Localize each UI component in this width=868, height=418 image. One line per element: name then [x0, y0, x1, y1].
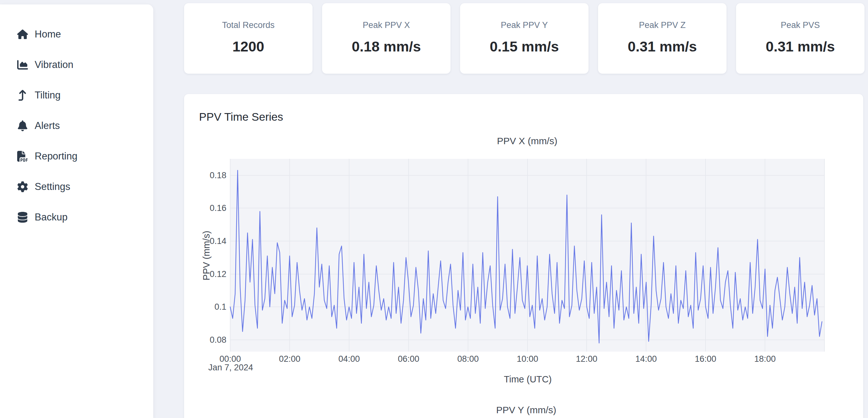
sidebar-item-label: Alerts	[35, 120, 60, 132]
y-tick-label: 0.14	[198, 236, 226, 246]
sidebar-item-label: Vibration	[35, 59, 73, 71]
stat-label: Peak PPV X	[322, 20, 451, 30]
chart-area-icon	[17, 59, 28, 70]
sidebar-item-reporting[interactable]: Reporting	[0, 141, 153, 172]
stat-label: Peak PPV Z	[598, 20, 726, 30]
stat-value: 1200	[184, 38, 313, 55]
stat-value: 0.31 mm/s	[598, 38, 726, 55]
bell-icon	[17, 120, 28, 131]
x-tick-label: 16:00	[695, 354, 716, 364]
home-icon	[17, 29, 28, 40]
x-tick-label: 14:00	[635, 354, 657, 364]
file-pdf-icon	[17, 151, 28, 162]
x-tick-label: 02:00	[279, 354, 301, 364]
y-tick-label: 0.08	[198, 335, 226, 345]
sidebar-item-label: Settings	[35, 181, 70, 193]
x-axis-date-label: Jan 7, 2024	[208, 363, 253, 373]
sidebar-item-backup[interactable]: Backup	[0, 202, 153, 233]
sidebar-item-label: Tilting	[35, 90, 61, 101]
x-tick-label: 08:00	[457, 354, 479, 364]
x-tick-label: 04:00	[338, 354, 360, 364]
x-tick-label: 18:00	[754, 354, 776, 364]
sidebar: Home Vibration Tilting Alerts Reporting	[0, 4, 153, 418]
stat-value: 0.18 mm/s	[322, 38, 451, 55]
arrow-turn-up-icon	[17, 90, 28, 101]
x-tick-label: 12:00	[576, 354, 597, 364]
sidebar-item-label: Home	[35, 29, 61, 40]
gear-icon	[17, 181, 28, 192]
sidebar-item-tilting[interactable]: Tilting	[0, 80, 153, 110]
stat-card-total-records: Total Records 1200	[184, 3, 313, 74]
x-tick-label: 06:00	[398, 354, 420, 364]
sidebar-item-alerts[interactable]: Alerts	[0, 110, 153, 141]
ppv-time-series-card: PPV Time Series PPV X (mm/s) PPV (mm/s) …	[184, 94, 863, 418]
sidebar-item-settings[interactable]: Settings	[0, 172, 153, 202]
stat-label: Peak PVS	[736, 20, 865, 30]
plot-title-ppv-x: PPV X (mm/s)	[497, 136, 557, 146]
stat-card-peak-ppv-x: Peak PPV X 0.18 mm/s	[322, 3, 451, 74]
stat-value: 0.31 mm/s	[736, 38, 865, 55]
stat-label: Peak PPV Y	[460, 20, 589, 30]
stat-card-peak-ppv-y: Peak PPV Y 0.15 mm/s	[460, 3, 589, 74]
plot-title-ppv-y: PPV Y (mm/s)	[496, 405, 556, 415]
x-axis-title: Time (UTC)	[504, 374, 552, 385]
y-axis-title: PPV (mm/s)	[201, 202, 212, 310]
stat-label: Total Records	[184, 20, 313, 30]
sidebar-item-label: Reporting	[35, 150, 77, 162]
sidebar-item-label: Backup	[35, 212, 67, 223]
stat-cards-row: Total Records 1200 Peak PPV X 0.18 mm/s …	[184, 3, 865, 74]
sidebar-item-vibration[interactable]: Vibration	[0, 49, 153, 80]
stat-card-peak-ppv-z: Peak PPV Z 0.31 mm/s	[598, 3, 726, 74]
stat-value: 0.15 mm/s	[460, 38, 589, 55]
database-icon	[17, 212, 28, 223]
sidebar-nav: Home Vibration Tilting Alerts Reporting	[0, 4, 153, 233]
y-tick-label: 0.1	[198, 302, 226, 312]
x-tick-label: 00:00	[219, 354, 241, 364]
y-tick-label: 0.16	[198, 203, 226, 213]
x-tick-label: 10:00	[517, 354, 538, 364]
y-tick-label: 0.12	[198, 269, 226, 279]
sidebar-item-home[interactable]: Home	[0, 19, 153, 49]
y-tick-label: 0.18	[198, 170, 226, 180]
stat-card-peak-pvs: Peak PVS 0.31 mm/s	[736, 3, 865, 74]
